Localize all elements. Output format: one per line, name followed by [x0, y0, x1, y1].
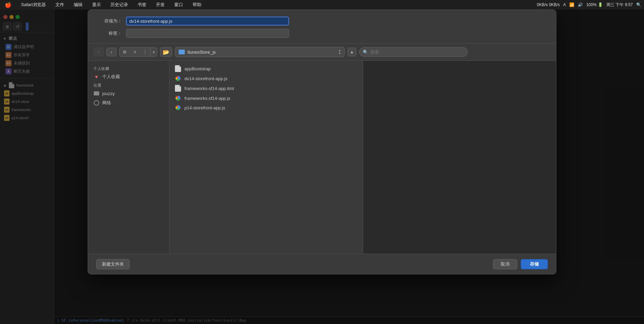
menu-develop[interactable]: 开发 — [154, 1, 167, 8]
dialog-toolbar: ‹ › ⊞ ≡ ⋮ ▾ 📂 ItunesStore_js ▲ ▼ ▲ 🔍 — [88, 43, 556, 61]
favorites-label: 个人收藏 — [88, 65, 169, 72]
search-input[interactable] — [370, 50, 464, 55]
forward-btn[interactable]: › — [106, 48, 117, 56]
computer-icon — [93, 90, 100, 96]
file-icon-appbootstrap — [175, 65, 181, 72]
file-icon-p14 — [175, 105, 181, 111]
folder-open-btn[interactable]: 📂 — [160, 47, 172, 57]
menu-help[interactable]: 帮助 — [191, 1, 203, 8]
file-icon-dv14 — [175, 75, 181, 82]
datetime: 周三 下午 9:57 — [606, 2, 633, 8]
heart-icon: ♥ — [93, 74, 100, 80]
dialog-left-panel: 个人收藏 ♥ 个人收藏 位置 jouzzy — [88, 61, 169, 254]
file-preview-column — [363, 61, 556, 254]
view-toggle-arrow[interactable]: ▾ — [150, 48, 157, 56]
file-item-dv14[interactable]: dv14-storefront-app.js — [169, 74, 363, 83]
file-icon-itml — [175, 85, 181, 92]
new-folder-button[interactable]: 新建文件夹 — [96, 259, 130, 269]
save-button[interactable]: 存储 — [521, 259, 548, 269]
menubar: 🍎 Safari浏览器 文件 编辑 显示 历史记录 书签 开发 窗口 帮助 0K… — [0, 0, 644, 10]
tag-input[interactable] — [126, 29, 289, 38]
file-column-main: appBootstrap dv14-storefront-app.js fram… — [169, 61, 363, 254]
location-text: ItunesStore_js — [187, 50, 334, 55]
location-expand-btn[interactable]: ▲ — [347, 48, 356, 56]
column-view-btn[interactable]: ⋮ — [140, 48, 150, 56]
panel-item-network[interactable]: 网络 — [88, 98, 169, 108]
file-icon-frameworks-js — [175, 95, 181, 101]
tag-label: 标签： — [98, 30, 122, 36]
location-folder-icon — [179, 50, 185, 54]
menu-bookmarks[interactable]: 书签 — [136, 1, 148, 8]
dialog-body: 个人收藏 ♥ 个人收藏 位置 jouzzy — [88, 61, 556, 254]
save-dialog-overlay: 存储为： 标签： ‹ › ⊞ ≡ ⋮ ▾ 📂 ItunesStore_js — [0, 0, 644, 324]
save-dialog: 存储为： 标签： ‹ › ⊞ ≡ ⋮ ▾ 📂 ItunesStore_js — [88, 10, 556, 274]
dialog-top: 存储为： 标签： — [88, 10, 556, 43]
network-speed: 0KB/s 0KB/s — [537, 2, 560, 7]
locations-label: 位置 — [88, 82, 169, 89]
file-item-frameworks-itml[interactable]: frameworks-sf14-app.itml — [169, 83, 363, 93]
menu-view[interactable]: 显示 — [90, 1, 103, 8]
file-columns: appBootstrap dv14-storefront-app.js fram… — [169, 61, 556, 254]
panel-item-favorites[interactable]: ♥ 个人收藏 — [88, 72, 169, 82]
list-view-btn[interactable]: ≡ — [130, 48, 140, 56]
back-btn[interactable]: ‹ — [93, 48, 104, 56]
menu-window[interactable]: 窗口 — [172, 1, 185, 8]
cancel-button[interactable]: 取消 — [493, 259, 517, 269]
save-as-label: 存储为： — [98, 18, 122, 24]
wifi-icon[interactable]: 📶 — [569, 2, 574, 7]
menu-history[interactable]: 历史记录 — [108, 1, 130, 8]
file-item-p14[interactable]: p14-storefront-app.js — [169, 103, 363, 112]
volume-icon[interactable]: 🔊 — [578, 2, 583, 7]
search-box: 🔍 — [359, 47, 468, 57]
panel-item-jouzzy[interactable]: jouzzy — [88, 89, 169, 98]
filename-row: 存储为： — [98, 17, 546, 25]
action-buttons: 取消 存储 — [493, 259, 548, 269]
menu-safari[interactable]: Safari浏览器 — [19, 1, 48, 8]
search-icon: 🔍 — [363, 50, 368, 55]
grid-view-btn[interactable]: ⊞ — [120, 48, 130, 56]
location-arrows: ▲ ▼ — [338, 49, 341, 55]
apple-menu[interactable]: 🍎 — [3, 1, 14, 9]
tag-row: 标签： — [98, 29, 546, 38]
search-menubar-icon[interactable]: 🔍 — [636, 2, 641, 7]
view-toggle: ⊞ ≡ ⋮ ▾ — [119, 47, 157, 57]
location-dropdown[interactable]: ItunesStore_js ▲ ▼ — [175, 47, 345, 57]
network-icon — [93, 100, 100, 106]
menu-file[interactable]: 文件 — [53, 1, 66, 8]
menubar-right: 0KB/s 0KB/s A 📶 🔊 100% 🔋 周三 下午 9:57 🔍 — [537, 2, 641, 8]
dialog-bottom: 新建文件夹 取消 存储 — [88, 254, 556, 274]
file-item-appbootstrap[interactable]: appBootstrap — [169, 64, 363, 74]
file-item-frameworks-js[interactable]: frameworks-sf14-app.js — [169, 93, 363, 103]
menu-edit[interactable]: 编辑 — [72, 1, 85, 8]
battery: 100% 🔋 — [586, 2, 603, 7]
filename-input[interactable] — [126, 17, 289, 25]
input-method[interactable]: A — [563, 2, 566, 7]
